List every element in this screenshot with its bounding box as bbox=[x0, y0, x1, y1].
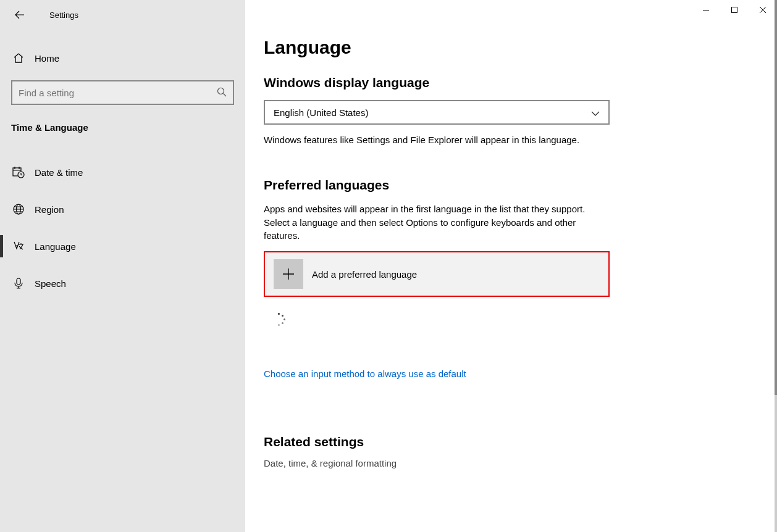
header-row: Settings bbox=[0, 5, 245, 25]
preferred-languages-heading: Preferred languages bbox=[264, 178, 758, 193]
page-title: Language bbox=[264, 37, 758, 58]
sidebar-home[interactable]: Home bbox=[0, 43, 245, 73]
display-language-description: Windows features like Settings and File … bbox=[264, 133, 610, 147]
dropdown-value: English (United States) bbox=[274, 107, 368, 118]
svg-point-2 bbox=[218, 88, 224, 94]
back-button[interactable] bbox=[7, 5, 32, 25]
loading-spinner bbox=[272, 313, 285, 325]
plus-icon bbox=[274, 259, 303, 289]
search-input[interactable] bbox=[19, 88, 217, 98]
globe-icon bbox=[11, 203, 26, 215]
input-method-link[interactable]: Choose an input method to always use as … bbox=[264, 368, 758, 379]
home-label: Home bbox=[35, 53, 59, 64]
scrollbar-track[interactable] bbox=[775, 0, 777, 532]
svg-rect-7 bbox=[17, 278, 20, 285]
preferred-languages-description: Apps and websites will appear in the fir… bbox=[264, 202, 610, 243]
main-content: Language Windows display language Englis… bbox=[245, 0, 777, 532]
search-box[interactable] bbox=[11, 80, 234, 105]
scrollbar-thumb[interactable] bbox=[775, 0, 777, 395]
microphone-icon bbox=[11, 277, 26, 289]
display-language-dropdown[interactable]: English (United States) bbox=[264, 100, 610, 125]
sidebar: Settings Home Time & Language Date & tim… bbox=[0, 0, 245, 532]
language-icon bbox=[11, 240, 26, 252]
sidebar-item-language[interactable]: Language bbox=[0, 231, 245, 261]
add-preferred-language-button[interactable]: Add a preferred language bbox=[264, 251, 610, 297]
category-heading: Time & Language bbox=[11, 122, 245, 133]
add-language-label: Add a preferred language bbox=[312, 269, 417, 280]
minimize-button[interactable] bbox=[692, 0, 720, 20]
calendar-clock-icon bbox=[11, 166, 26, 178]
maximize-button[interactable] bbox=[720, 0, 749, 20]
close-button[interactable] bbox=[749, 0, 777, 20]
svg-rect-1 bbox=[732, 7, 737, 13]
sidebar-item-date-time[interactable]: Date & time bbox=[0, 157, 245, 187]
search-icon bbox=[217, 87, 227, 99]
sidebar-item-label: Language bbox=[35, 241, 76, 252]
home-icon bbox=[11, 52, 26, 64]
sidebar-item-label: Region bbox=[35, 204, 64, 215]
search-wrap bbox=[11, 80, 234, 105]
nav-list: Date & time Region Language Speech bbox=[0, 157, 245, 298]
sidebar-item-speech[interactable]: Speech bbox=[0, 268, 245, 298]
svg-rect-0 bbox=[703, 10, 709, 10]
sidebar-item-label: Date & time bbox=[35, 167, 83, 178]
related-link-date-time-formatting[interactable]: Date, time, & regional formatting bbox=[264, 458, 758, 468]
chevron-down-icon bbox=[591, 107, 600, 118]
sidebar-item-label: Speech bbox=[35, 278, 66, 289]
related-settings-heading: Related settings bbox=[264, 434, 758, 449]
app-title: Settings bbox=[49, 10, 78, 20]
sidebar-item-region[interactable]: Region bbox=[0, 194, 245, 224]
window-controls bbox=[692, 0, 777, 20]
display-language-heading: Windows display language bbox=[264, 75, 758, 90]
